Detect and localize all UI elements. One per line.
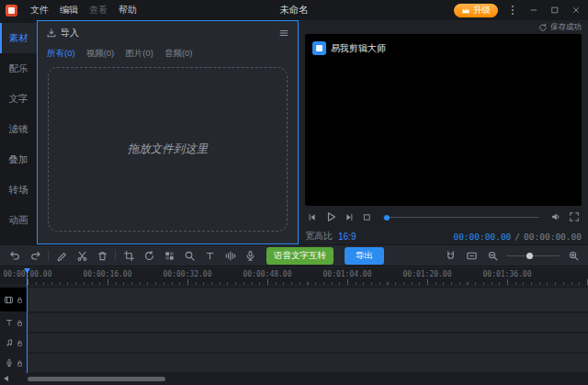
video-viewport: 易我剪辑大师 [305,34,582,206]
save-sync-icon [538,23,548,32]
stop-button[interactable] [362,212,372,222]
ruler-label: 00:00:16.00 [84,270,132,278]
sidebar-item-media[interactable]: 素材 [0,23,37,53]
menu-help[interactable]: 帮助 [113,4,142,17]
next-frame-button[interactable] [345,212,355,222]
preview-info-row: 宽高比 16:9 00:00:00.00 / 00:00:00.00 [305,228,582,244]
ruler-label: 00:00:32.00 [164,270,212,278]
track-video-lane[interactable] [28,288,588,311]
voice-wave-icon[interactable] [222,248,237,263]
file-dropzone[interactable]: 拖放文件到这里 [48,67,288,232]
toolbar-divider [48,250,49,261]
project-title: 未命名 [279,4,309,17]
tab-video[interactable]: 视频(0) [86,48,115,60]
timeline: 00:00:00.00 00:00:16.00 00:00:32.00 00:0… [0,268,588,385]
fullscreen-icon[interactable] [569,211,580,222]
menu-edit[interactable]: 编辑 [54,4,84,17]
sidebar-item-animation[interactable]: 动画 [0,205,37,235]
film-icon [4,295,14,305]
lock-icon[interactable] [16,296,24,304]
transport-controls [305,206,582,228]
track-video [0,288,588,311]
sidebar: 素材 配乐 文字 滤镜 叠加 转场 动画 [0,20,37,244]
menubar: 文件 编辑 查看 帮助 [25,4,142,17]
track-music-header[interactable] [0,334,28,352]
previous-frame-button[interactable] [307,212,317,222]
scroll-left-arrow[interactable] [4,376,8,381]
lock-icon[interactable] [16,319,24,327]
mosaic-icon[interactable] [162,248,176,263]
rotate-icon[interactable] [141,248,156,263]
close-button[interactable] [570,4,582,17]
media-panel: 导入 所有(0) 视频(0) 图片(0) 音频(0) 拖放文件到这里 [37,20,299,244]
zoom-out-icon[interactable] [485,248,500,263]
track-voiceover [0,354,588,372]
timeline-zoom-slider[interactable] [506,250,560,261]
microphone-icon[interactable] [243,248,257,263]
sidebar-item-filter[interactable]: 滤镜 [0,114,37,144]
crop-icon[interactable] [121,248,136,263]
sidebar-item-overlay[interactable]: 叠加 [0,144,37,175]
lock-icon[interactable] [16,339,24,347]
seek-slider[interactable] [383,211,539,222]
delete-trash-icon[interactable] [95,248,109,263]
undo-icon[interactable] [7,248,22,263]
volume-icon[interactable] [550,211,561,222]
split-scissors-icon[interactable] [74,248,89,263]
tab-all[interactable]: 所有(0) [47,48,75,60]
text-T-icon [5,318,14,327]
zoom-in-icon[interactable] [566,248,581,263]
track-text [0,313,588,332]
video-editor-app: 文件 编辑 查看 帮助 未命名 升级 [0,0,588,385]
track-text-lane[interactable] [28,313,588,332]
dropzone-hint: 拖放文件到这里 [128,142,209,157]
titlebar: 文件 编辑 查看 帮助 未命名 升级 [0,0,588,20]
fit-timeline-icon[interactable] [464,248,479,263]
import-button[interactable]: 导入 [46,27,79,40]
magnet-snap-icon[interactable] [443,248,458,263]
more-menu-icon[interactable] [506,4,519,17]
horizontal-scrollbar[interactable] [28,377,165,381]
menu-view[interactable]: 查看 [84,4,113,17]
watermark-logo-icon [312,41,326,55]
upgrade-button[interactable]: 升级 [454,4,498,17]
toolbar-divider [115,250,116,261]
subtitle-text-icon[interactable] [202,248,217,263]
watermark-text: 易我剪辑大师 [331,42,386,55]
main-area: 素材 配乐 文字 滤镜 叠加 转场 动画 导入 所有(0) 视频(0) [0,20,588,244]
export-button[interactable]: 导出 [345,247,384,265]
tab-audio[interactable]: 音频(0) [164,48,193,60]
time-separator: / [514,232,520,242]
sidebar-item-text[interactable]: 文字 [0,84,37,114]
ruler-label: 00:01:20.00 [403,270,452,278]
timeline-ruler[interactable]: 00:00:00.00 00:00:16.00 00:00:32.00 00:0… [0,268,588,286]
media-tabs: 所有(0) 视频(0) 图片(0) 音频(0) [38,45,298,62]
redo-icon[interactable] [28,248,42,263]
ruler-label: 00:01:04.00 [323,270,372,278]
edit-icon[interactable] [54,248,69,263]
sidebar-item-transition[interactable]: 转场 [0,175,37,205]
sidebar-item-music[interactable]: 配乐 [0,53,37,84]
speech-to-text-button[interactable]: 语音文字互转 [266,247,334,265]
track-music-lane[interactable] [28,334,588,352]
track-video-header[interactable] [0,288,28,311]
tab-image[interactable]: 图片(0) [125,48,153,60]
lock-icon[interactable] [16,359,24,368]
minimize-button[interactable] [527,4,540,17]
menu-file[interactable]: 文件 [25,4,54,17]
aspect-ratio-label: 宽高比 [305,230,333,243]
play-button[interactable] [324,210,337,223]
maximize-button[interactable] [548,4,561,17]
track-voiceover-header[interactable] [0,354,28,372]
track-text-header[interactable] [0,313,28,332]
import-icon [46,28,57,39]
track-voiceover-lane[interactable] [28,354,588,372]
ruler-label: 00:00:48.00 [243,270,292,278]
track-music [0,334,588,352]
playhead[interactable] [27,268,28,373]
list-view-icon[interactable] [278,28,289,39]
zoom-icon[interactable] [182,248,197,263]
timeline-zoom-handle[interactable] [526,253,533,259]
aspect-ratio-value[interactable]: 16:9 [338,232,356,242]
seek-handle[interactable] [384,215,390,221]
